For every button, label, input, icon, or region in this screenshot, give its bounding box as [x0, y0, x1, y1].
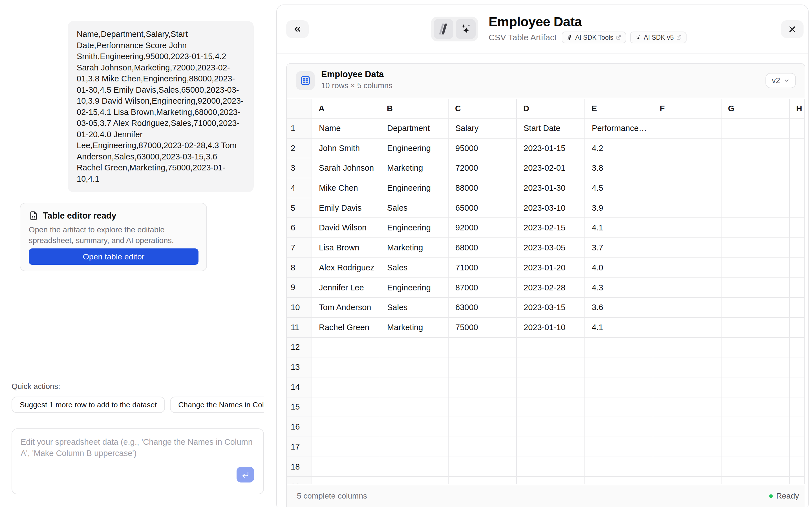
row-number-9[interactable]: 9	[287, 278, 312, 298]
cell-G11[interactable]	[721, 318, 790, 338]
version-dropdown[interactable]: v2	[765, 73, 796, 88]
row-number-13[interactable]: 13	[287, 357, 312, 378]
cell-G8[interactable]	[721, 258, 790, 278]
row-number-5[interactable]: 5	[287, 198, 312, 218]
column-header-G[interactable]: G	[721, 99, 790, 119]
cell-B2[interactable]: Engineering	[380, 138, 449, 159]
cell-E2[interactable]: 4.2	[585, 138, 653, 159]
cell-C1[interactable]: Salary	[449, 119, 517, 138]
cell-G1[interactable]	[721, 119, 790, 138]
cell-H14[interactable]	[790, 378, 805, 397]
row-number-14[interactable]: 14	[287, 378, 312, 397]
cell-D13[interactable]	[517, 357, 585, 378]
cell-G14[interactable]	[721, 378, 790, 397]
cell-A16[interactable]	[312, 417, 380, 437]
chat-input[interactable]	[12, 429, 263, 494]
cell-C19[interactable]	[449, 477, 517, 484]
cell-E14[interactable]	[585, 378, 653, 397]
cell-D7[interactable]: 2023-03-05	[517, 238, 585, 258]
cell-H10[interactable]	[790, 298, 805, 318]
row-number-8[interactable]: 8	[287, 258, 312, 278]
cell-A11[interactable]: Rachel Green	[312, 318, 380, 338]
cell-F7[interactable]	[653, 238, 721, 258]
cell-A19[interactable]	[312, 477, 380, 484]
cell-C10[interactable]: 63000	[449, 298, 517, 318]
cell-G5[interactable]	[721, 198, 790, 218]
cell-F19[interactable]	[653, 477, 721, 484]
column-header-C[interactable]: C	[449, 99, 517, 119]
cell-C3[interactable]: 72000	[449, 158, 517, 178]
cell-G17[interactable]	[721, 437, 790, 457]
cell-E5[interactable]: 3.9	[585, 198, 653, 218]
cell-E1[interactable]: Performance Score	[585, 119, 653, 138]
cell-A10[interactable]: Tom Anderson	[312, 298, 380, 318]
column-header-D[interactable]: D	[517, 99, 585, 119]
cell-H2[interactable]	[790, 138, 805, 159]
cell-E11[interactable]: 4.1	[585, 318, 653, 338]
cell-F16[interactable]	[653, 417, 721, 437]
cell-H8[interactable]	[790, 258, 805, 278]
cell-C18[interactable]	[449, 457, 517, 477]
cell-A4[interactable]: Mike Chen	[312, 178, 380, 198]
row-number-11[interactable]: 11	[287, 318, 312, 338]
cell-B14[interactable]	[380, 378, 449, 397]
cell-G9[interactable]	[721, 278, 790, 298]
cell-E7[interactable]: 3.7	[585, 238, 653, 258]
cell-H15[interactable]	[790, 397, 805, 417]
cell-B13[interactable]	[380, 357, 449, 378]
cell-D16[interactable]	[517, 417, 585, 437]
grid-corner-cell[interactable]	[287, 99, 312, 119]
cell-H1[interactable]	[790, 119, 805, 138]
cell-B3[interactable]: Marketing	[380, 158, 449, 178]
quick-action-button-1[interactable]: Suggest 1 more row to add to the dataset	[11, 397, 165, 413]
column-header-B[interactable]: B	[380, 99, 449, 119]
row-number-15[interactable]: 15	[287, 397, 312, 417]
cell-D12[interactable]	[517, 338, 585, 358]
row-number-10[interactable]: 10	[287, 298, 312, 318]
column-header-F[interactable]: F	[653, 99, 721, 119]
cell-D10[interactable]: 2023-03-15	[517, 298, 585, 318]
cell-B6[interactable]: Engineering	[380, 218, 449, 238]
cell-C5[interactable]: 65000	[449, 198, 517, 218]
row-number-16[interactable]: 16	[287, 417, 312, 437]
cell-G13[interactable]	[721, 357, 790, 378]
cell-D4[interactable]: 2023-01-30	[517, 178, 585, 198]
cell-E15[interactable]	[585, 397, 653, 417]
cell-A3[interactable]: Sarah Johnson	[312, 158, 380, 178]
cell-E4[interactable]: 4.5	[585, 178, 653, 198]
cell-C17[interactable]	[449, 437, 517, 457]
row-number-7[interactable]: 7	[287, 238, 312, 258]
cell-F18[interactable]	[653, 457, 721, 477]
cell-C14[interactable]	[449, 378, 517, 397]
cell-G6[interactable]	[721, 218, 790, 238]
cell-B15[interactable]	[380, 397, 449, 417]
row-number-19[interactable]: 19	[287, 477, 312, 484]
cell-G12[interactable]	[721, 338, 790, 358]
cell-E13[interactable]	[585, 357, 653, 378]
cell-H11[interactable]	[790, 318, 805, 338]
cell-A18[interactable]	[312, 457, 380, 477]
cell-C13[interactable]	[449, 357, 517, 378]
cell-D11[interactable]: 2023-01-10	[517, 318, 585, 338]
cell-H13[interactable]	[790, 357, 805, 378]
cell-F1[interactable]	[653, 119, 721, 138]
cell-H4[interactable]	[790, 178, 805, 198]
cell-F15[interactable]	[653, 397, 721, 417]
cell-A6[interactable]: David Wilson	[312, 218, 380, 238]
collapse-panel-button[interactable]	[286, 20, 309, 38]
cell-E17[interactable]	[585, 437, 653, 457]
cell-B5[interactable]: Sales	[380, 198, 449, 218]
cell-C16[interactable]	[449, 417, 517, 437]
column-header-H[interactable]: H	[790, 99, 805, 119]
cell-E10[interactable]: 3.6	[585, 298, 653, 318]
cell-B4[interactable]: Engineering	[380, 178, 449, 198]
cell-A17[interactable]	[312, 437, 380, 457]
cell-C6[interactable]: 92000	[449, 218, 517, 238]
cell-D3[interactable]: 2023-02-01	[517, 158, 585, 178]
cell-B8[interactable]: Sales	[380, 258, 449, 278]
cell-C8[interactable]: 71000	[449, 258, 517, 278]
cell-E8[interactable]: 4.0	[585, 258, 653, 278]
cell-G19[interactable]	[721, 477, 790, 484]
cell-E12[interactable]	[585, 338, 653, 358]
cell-H19[interactable]	[790, 477, 805, 484]
